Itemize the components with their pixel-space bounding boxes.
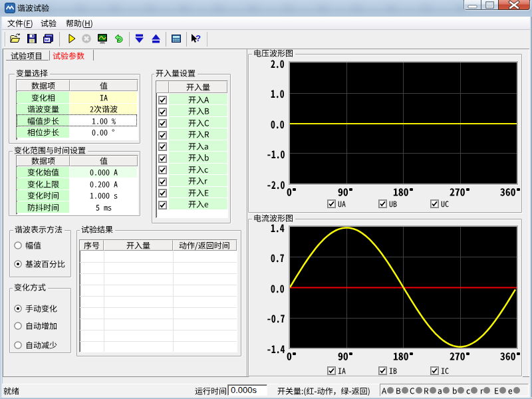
svg-text:?: ? (196, 33, 201, 43)
